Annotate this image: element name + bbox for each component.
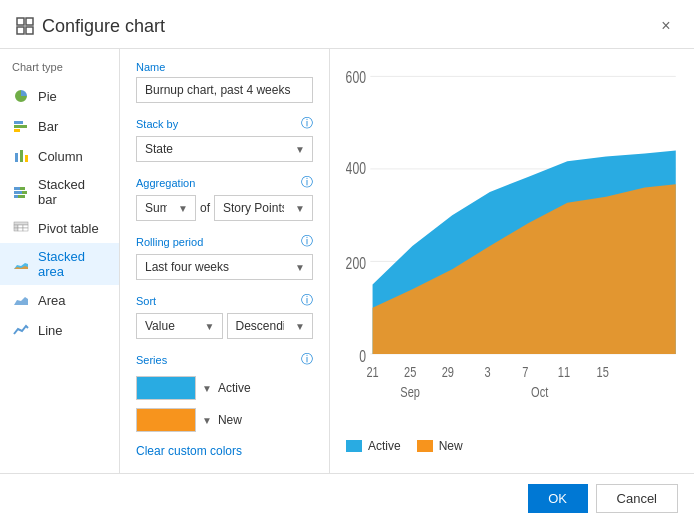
rolling-period-label: Rolling period ⓘ <box>136 233 313 250</box>
form-panel: Name Stack by ⓘ State ▼ Aggregation ⓘ <box>120 49 330 473</box>
area-label: Area <box>38 293 65 308</box>
sort-order-select[interactable]: Descending <box>227 313 314 339</box>
svg-rect-9 <box>25 155 28 162</box>
line-icon <box>12 321 30 339</box>
svg-rect-6 <box>14 129 20 132</box>
y-label-200: 200 <box>346 254 366 272</box>
svg-rect-21 <box>18 228 23 231</box>
sidebar-item-pie[interactable]: Pie <box>0 81 119 111</box>
close-button[interactable]: × <box>654 14 678 38</box>
svg-rect-14 <box>14 195 18 198</box>
rolling-period-select[interactable]: Last four weeks <box>136 254 313 280</box>
svg-rect-2 <box>17 27 24 34</box>
column-icon <box>12 147 30 165</box>
chart-legend: Active New <box>346 431 678 461</box>
sidebar-item-bar[interactable]: Bar <box>0 111 119 141</box>
y-label-600: 600 <box>346 68 366 86</box>
aggregation-func-wrapper: Sum ▼ <box>136 195 196 221</box>
sort-row: Value ▼ Descending ▼ <box>136 313 313 339</box>
bar-icon <box>12 117 30 135</box>
x-label-11: 11 <box>558 363 570 380</box>
sort-info-icon[interactable]: ⓘ <box>301 292 313 309</box>
svg-rect-11 <box>20 187 25 190</box>
stack-by-select-wrapper: State ▼ <box>136 136 313 162</box>
stack-by-info-icon[interactable]: ⓘ <box>301 115 313 132</box>
sort-order-wrapper: Descending ▼ <box>227 313 314 339</box>
title-bar: Configure chart × <box>0 0 694 49</box>
stacked-area-icon <box>12 255 30 273</box>
y-label-400: 400 <box>346 159 366 177</box>
legend-active-label: Active <box>368 439 401 453</box>
svg-rect-8 <box>20 150 23 162</box>
series-item-new: ▼ New <box>136 408 313 432</box>
svg-rect-10 <box>14 187 20 190</box>
chart-svg: 600 400 200 0 21 25 29 <box>346 61 678 431</box>
stack-by-select[interactable]: State <box>136 136 313 162</box>
pivot-label: Pivot table <box>38 221 99 236</box>
series-info-icon[interactable]: ⓘ <box>301 351 313 368</box>
configure-chart-dialog: Configure chart × Chart type Pie <box>0 0 694 523</box>
svg-rect-7 <box>15 153 18 162</box>
sidebar-item-stacked-bar[interactable]: Stacked bar <box>0 171 119 213</box>
sidebar-item-pivot-table[interactable]: Pivot table <box>0 213 119 243</box>
name-input[interactable] <box>136 77 313 103</box>
chart-type-panel: Chart type Pie <box>0 49 120 473</box>
ok-button[interactable]: OK <box>528 484 588 513</box>
pie-icon <box>12 87 30 105</box>
aggregation-info-icon[interactable]: ⓘ <box>301 174 313 191</box>
chart-preview-panel: 600 400 200 0 21 25 29 <box>330 49 694 473</box>
y-label-0: 0 <box>359 347 366 365</box>
dialog-content: Chart type Pie <box>0 49 694 473</box>
series-item-active: ▼ Active <box>136 376 313 400</box>
aggregation-field-select[interactable]: Story Points <box>214 195 313 221</box>
svg-rect-5 <box>14 125 27 128</box>
sidebar-item-column[interactable]: Column <box>0 141 119 171</box>
svg-rect-4 <box>14 121 23 124</box>
series-new-color-swatch[interactable] <box>136 408 196 432</box>
dialog-icon <box>16 17 34 35</box>
series-active-chevron-icon[interactable]: ▼ <box>202 383 212 394</box>
x-group-oct: Oct <box>531 383 548 400</box>
svg-rect-17 <box>14 225 18 228</box>
sort-by-wrapper: Value ▼ <box>136 313 223 339</box>
x-group-sep: Sep <box>400 383 420 400</box>
bar-label: Bar <box>38 119 58 134</box>
sidebar-item-stacked-area[interactable]: Stacked area <box>0 243 119 285</box>
svg-rect-1 <box>26 18 33 25</box>
svg-rect-22 <box>23 228 28 231</box>
aggregation-field-wrapper: Story Points ▼ <box>214 195 313 221</box>
legend-new-label: New <box>439 439 463 453</box>
series-new-name: New <box>218 413 242 427</box>
svg-rect-13 <box>22 191 27 194</box>
series-section-label: Series ⓘ <box>136 351 313 368</box>
aggregation-func-select[interactable]: Sum <box>136 195 196 221</box>
pie-label: Pie <box>38 89 57 104</box>
stacked-bar-label: Stacked bar <box>38 177 107 207</box>
dialog-title: Configure chart <box>42 16 165 37</box>
series-active-color-swatch[interactable] <box>136 376 196 400</box>
series-new-chevron-icon[interactable]: ▼ <box>202 415 212 426</box>
series-active-name: Active <box>218 381 251 395</box>
svg-rect-0 <box>17 18 24 25</box>
area-icon <box>12 291 30 309</box>
line-label: Line <box>38 323 63 338</box>
cancel-button[interactable]: Cancel <box>596 484 678 513</box>
x-label-7: 7 <box>522 363 528 380</box>
sort-label: Sort ⓘ <box>136 292 313 309</box>
svg-rect-16 <box>14 222 28 225</box>
stacked-bar-icon <box>12 183 30 201</box>
aggregation-label: Aggregation ⓘ <box>136 174 313 191</box>
sidebar-item-area[interactable]: Area <box>0 285 119 315</box>
column-label: Column <box>38 149 83 164</box>
sidebar-item-line[interactable]: Line <box>0 315 119 345</box>
aggregation-row: Sum ▼ of Story Points ▼ <box>136 195 313 221</box>
svg-rect-18 <box>18 225 23 228</box>
rolling-period-info-icon[interactable]: ⓘ <box>301 233 313 250</box>
stacked-area-label: Stacked area <box>38 249 107 279</box>
sort-by-select[interactable]: Value <box>136 313 223 339</box>
stack-by-label: Stack by ⓘ <box>136 115 313 132</box>
clear-custom-colors-link[interactable]: Clear custom colors <box>136 444 242 458</box>
legend-item-active: Active <box>346 439 401 453</box>
name-label: Name <box>136 61 313 73</box>
svg-rect-3 <box>26 27 33 34</box>
